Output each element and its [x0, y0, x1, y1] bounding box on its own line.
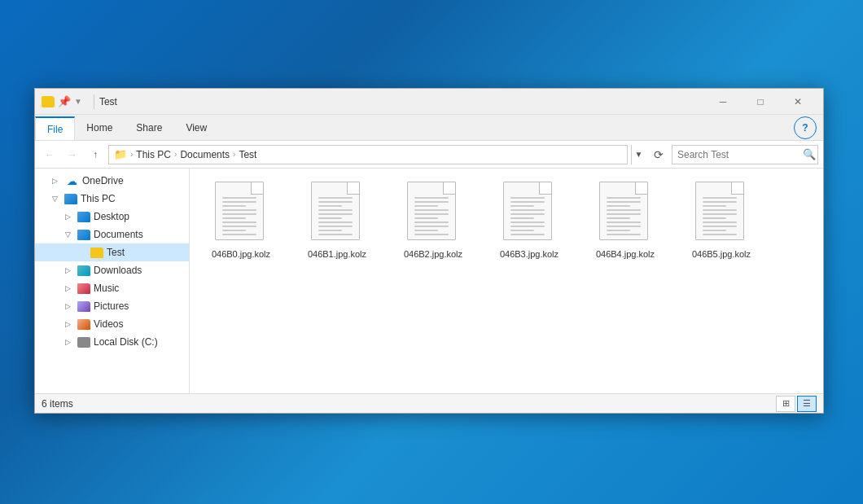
line [607, 226, 641, 227]
file-item-5[interactable]: 046B5.jpg.kolz [677, 175, 766, 266]
file-page-0 [215, 182, 264, 240]
file-name-5: 046B5.jpg.kolz [692, 248, 751, 260]
help-button[interactable]: ? [794, 116, 817, 139]
desktop-icon [77, 212, 90, 222]
view-grid-button[interactable]: ⊞ [776, 396, 795, 412]
ribbon: File Home Share View ? [35, 115, 823, 141]
maximize-button[interactable]: □ [742, 89, 779, 115]
line [607, 197, 641, 199]
line [222, 221, 256, 223]
expand-pictures: ▷ [61, 300, 74, 313]
line [607, 221, 641, 223]
file-name-1: 046B1.jpg.kolz [308, 248, 366, 260]
search-icon[interactable]: 🔍 [803, 148, 816, 160]
line [318, 234, 353, 235]
search-input[interactable] [677, 149, 799, 160]
expand-videos: ▷ [61, 318, 74, 331]
crumb-documents[interactable]: Documents [180, 149, 230, 160]
line [318, 230, 342, 231]
file-item-3[interactable]: 046B3.jpg.kolz [484, 175, 574, 266]
file-name-3: 046B3.jpg.kolz [500, 248, 559, 260]
file-lines-3 [510, 197, 545, 235]
status-bar: 6 items ⊞ ☰ [35, 393, 823, 413]
forward-button[interactable]: → [63, 145, 82, 164]
main-area: ▷ ☁ OneDrive ▽ This PC ▷ Desktop [35, 169, 823, 393]
sidebar-item-localdisk[interactable]: ▷ Local Disk (C:) [35, 333, 189, 351]
sidebar: ▷ ☁ OneDrive ▽ This PC ▷ Desktop [35, 169, 190, 393]
address-dropdown-button[interactable]: ▼ [631, 145, 646, 164]
file-page-1 [311, 182, 360, 240]
dropdown-icon: ▼ [74, 97, 82, 106]
content-area: 046B0.jpg.kolz [190, 169, 823, 393]
up-button[interactable]: ↑ [85, 145, 105, 164]
folder-crumb-icon: 📁 [114, 148, 127, 160]
line [222, 197, 256, 199]
crumb-test: Test [239, 149, 256, 160]
sidebar-item-thispc[interactable]: ▽ This PC [35, 190, 189, 208]
line [510, 201, 545, 203]
ribbon-spacer [219, 115, 794, 140]
line [607, 205, 630, 207]
refresh-button[interactable]: ⟳ [649, 145, 668, 164]
pin-icon: 📌 [58, 95, 71, 107]
line [607, 230, 630, 231]
line [607, 234, 641, 235]
view-list-button[interactable]: ☰ [797, 396, 817, 412]
line [222, 234, 256, 235]
minimize-button[interactable]: ─ [704, 89, 742, 115]
close-button[interactable]: ✕ [779, 89, 817, 115]
file-item-0[interactable]: 046B0.jpg.kolz [196, 175, 286, 266]
file-item-1[interactable]: 046B1.jpg.kolz [292, 175, 382, 266]
line [414, 230, 438, 231]
line [703, 209, 737, 211]
sidebar-item-onedrive[interactable]: ▷ ☁ OneDrive [35, 172, 189, 190]
line [318, 221, 353, 223]
file-item-4[interactable]: 046B4.jpg.kolz [580, 175, 670, 266]
sidebar-item-documents[interactable]: ▽ Documents [35, 226, 189, 243]
line [414, 205, 438, 207]
sidebar-item-downloads[interactable]: ▷ Downloads [35, 261, 189, 279]
back-button[interactable]: ← [40, 145, 59, 164]
thispc-icon [64, 194, 77, 204]
file-page-5 [695, 182, 744, 240]
search-box[interactable]: 🔍 [672, 145, 818, 164]
item-count: 6 items [42, 398, 776, 410]
line [222, 226, 256, 227]
sidebar-item-desktop[interactable]: ▷ Desktop [35, 208, 189, 226]
sidebar-item-music[interactable]: ▷ Music [35, 279, 189, 297]
folder-titlebar-icon [42, 96, 55, 107]
line [703, 201, 737, 203]
breadcrumb[interactable]: 📁 › This PC › Documents › Test [108, 145, 628, 164]
line [414, 197, 449, 199]
sidebar-item-videos[interactable]: ▷ Videos [35, 315, 189, 333]
tab-share[interactable]: Share [125, 115, 174, 140]
window-controls: ─ □ ✕ [704, 89, 817, 115]
crumb-thispc[interactable]: This PC [136, 149, 171, 160]
sidebar-item-pictures[interactable]: ▷ Pictures [35, 297, 189, 315]
file-lines-5 [703, 197, 737, 235]
file-page-2 [407, 182, 456, 240]
line [222, 217, 246, 219]
expand-downloads: ▷ [61, 264, 74, 277]
pictures-label: Pictures [94, 300, 129, 312]
line [607, 209, 641, 211]
expand-localdisk: ▷ [61, 335, 74, 348]
line [510, 197, 545, 199]
sidebar-item-test[interactable]: Test [35, 243, 189, 261]
file-icon-3 [503, 182, 555, 245]
explorer-window: 📌 ▼ Test ─ □ ✕ File Home Share View ? ← … [34, 88, 824, 414]
tab-home[interactable]: Home [75, 115, 125, 140]
file-item-2[interactable]: 046B2.jpg.kolz [388, 175, 478, 266]
line [703, 197, 737, 199]
sidebar-tree: ▷ ☁ OneDrive ▽ This PC ▷ Desktop [35, 169, 189, 393]
expand-thispc: ▽ [48, 192, 61, 205]
tab-view[interactable]: View [174, 115, 219, 140]
tab-file[interactable]: File [35, 116, 75, 140]
line [703, 213, 737, 215]
line [703, 205, 726, 207]
line [222, 201, 256, 203]
crumb-separator-1: › [130, 150, 133, 159]
line [318, 201, 353, 203]
file-icon-4 [599, 182, 651, 245]
file-icon-0 [215, 182, 267, 245]
